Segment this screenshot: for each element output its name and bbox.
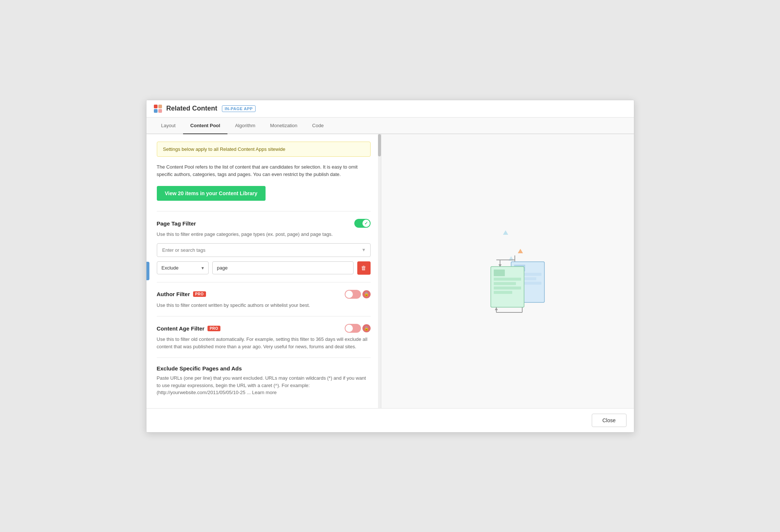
exclude-pages-header: Exclude Specific Pages and Ads [157,365,371,372]
svg-rect-13 [494,278,521,281]
tab-algorithm[interactable]: Algorithm [227,118,263,134]
tab-bar: Layout Content Pool Algorithm Monetizati… [146,118,634,134]
description-text: The Content Pool refers to the list of c… [157,163,371,179]
toggle-knob: ✓ [362,220,370,227]
notice-box: Settings below apply to all Related Cont… [157,142,371,157]
svg-rect-14 [494,282,516,285]
page-tag-filter-title: Page Tag Filter [157,220,196,227]
scroll-track [378,134,381,408]
scroll-thumb[interactable] [378,134,381,156]
tab-monetization[interactable]: Monetization [263,118,305,134]
trash-icon: 🗑 [361,265,367,271]
modal-wrapper: Related Content IN-PAGE APP Layout Conte… [146,100,634,433]
content-age-filter-lock-icon: 🔒 [362,324,371,332]
filter-row: Exclude Include ▼ 🗑 [157,261,371,275]
content-age-filter-toggle[interactable] [345,324,361,333]
panel-content: Settings below apply to all Related Cont… [146,134,381,408]
author-filter-pro-badge: PRO [193,291,206,297]
content-age-filter-section: Content Age Filter PRO 🔒 Use this to fil… [157,316,371,350]
tab-code[interactable]: Code [305,118,331,134]
page-tag-filter-header: Page Tag Filter ✓ [157,219,371,228]
content-age-filter-title: Content Age Filter PRO [157,325,221,332]
svg-marker-0 [503,230,508,235]
author-filter-section: Author Filter PRO 🔒 Use this to filter c… [157,282,371,309]
app-logo [154,105,162,113]
notice-text: Settings below apply to all Related Cont… [163,146,286,152]
svg-marker-1 [518,249,523,253]
author-filter-title: Author Filter PRO [157,291,206,297]
tag-search-input[interactable] [157,243,371,257]
left-accent [146,262,149,280]
content-age-filter-pro-badge: PRO [207,326,220,331]
author-filter-toggle-container: 🔒 [345,290,371,299]
logo-sq-blue [154,109,158,113]
in-page-badge: IN-PAGE APP [222,105,256,112]
modal-body: Settings below apply to all Related Cont… [146,134,634,408]
logo-sq-pink [158,109,162,113]
left-panel: Settings below apply to all Related Cont… [146,134,381,408]
right-panel [381,134,634,408]
svg-rect-16 [494,291,512,294]
author-filter-desc: Use this to filter content written by sp… [157,302,371,309]
filter-value-input[interactable] [212,261,354,274]
content-age-filter-toggle-container: 🔒 [345,324,371,333]
filter-type-wrap: Exclude Include ▼ [157,261,209,274]
content-library-button[interactable]: View 20 items in your Content Library [157,186,266,201]
author-filter-toggle[interactable] [345,290,361,299]
logo-sq-orange [158,105,162,108]
svg-rect-15 [494,287,521,289]
tag-search-wrap: ▼ [157,243,371,257]
header: Related Content IN-PAGE APP [146,100,634,118]
page-tag-filter-desc: Use this to filter entire page categorie… [157,231,371,238]
content-age-filter-header: Content Age Filter PRO 🔒 [157,324,371,333]
diagram-svg [463,227,552,315]
logo-icon [154,105,162,113]
author-filter-lock-icon: 🔒 [362,290,371,298]
footer: Close [146,408,634,432]
exclude-pages-title: Exclude Specific Pages and Ads [157,365,242,372]
app-title: Related Content [166,105,217,112]
toggle-check-icon: ✓ [364,221,368,226]
delete-filter-button[interactable]: 🗑 [357,261,371,275]
exclude-pages-desc: Paste URLs (one per line) that you want … [157,375,371,396]
close-button[interactable]: Close [592,414,627,427]
tab-content-pool[interactable]: Content Pool [183,118,228,134]
page-tag-filter-toggle-container: ✓ [354,219,371,228]
author-toggle-knob [345,291,353,298]
page-tag-filter-toggle[interactable]: ✓ [354,219,371,228]
logo-sq-red [154,105,158,108]
dropdown-arrow-icon: ▼ [362,247,366,253]
author-filter-header: Author Filter PRO 🔒 [157,290,371,299]
content-age-filter-desc: Use this to filter old content automatic… [157,336,371,350]
age-toggle-knob [345,325,353,332]
svg-marker-20 [495,307,498,310]
exclude-pages-section: Exclude Specific Pages and Ads Paste URL… [157,358,371,396]
filter-type-select[interactable]: Exclude Include [157,261,209,274]
tab-layout[interactable]: Layout [154,118,183,134]
page-tag-filter-section: Page Tag Filter ✓ Use this to filter ent… [157,211,371,275]
svg-rect-12 [494,270,505,276]
